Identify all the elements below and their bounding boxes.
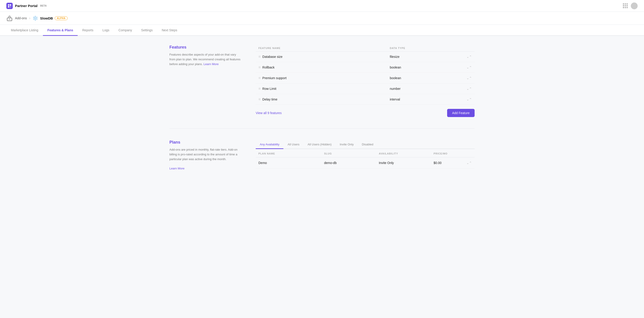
- plans-table-area: Any Availability All Users All Users (Hi…: [256, 140, 474, 171]
- col-slug: SLUG: [321, 149, 376, 157]
- feature-name-cell: ≡ Delay time: [256, 94, 387, 105]
- grid-icon[interactable]: [623, 3, 628, 8]
- col-data-type: DATA TYPE: [387, 45, 464, 51]
- feature-row[interactable]: ≡ Row Limit number ⌄⌃: [256, 83, 474, 94]
- tab-company[interactable]: Company: [114, 25, 137, 36]
- sort-icon[interactable]: ⌄⌃: [466, 97, 472, 101]
- avatar[interactable]: [631, 2, 638, 9]
- features-description: Features Features describe aspects of yo…: [170, 45, 242, 117]
- plan-price: $0.00: [431, 157, 464, 169]
- addon-name: SlowDB: [40, 16, 53, 20]
- beta-badge: BETA: [40, 4, 46, 7]
- plan-row[interactable]: Demo demo-db Invite Only $0.00 ⌄⌃: [256, 157, 474, 169]
- plan-sort-icon[interactable]: ⌄⌃: [466, 161, 472, 165]
- plan-tab-hidden[interactable]: All Users (Hidden): [304, 140, 336, 149]
- col-feature-name: FEATURE NAME: [256, 45, 387, 51]
- tab-features-plans[interactable]: Features & Plans: [43, 25, 78, 36]
- plans-filter-tabs: Any Availability All Users All Users (Hi…: [256, 140, 474, 149]
- features-footer: View all 9 features Add Feature: [256, 109, 474, 117]
- nav-brand: Partner Portal BETA: [6, 3, 47, 9]
- col-availability: AVAILABILITY: [376, 149, 431, 157]
- drag-handle-icon[interactable]: ≡: [258, 97, 260, 101]
- app-logo: [6, 3, 13, 9]
- add-feature-button[interactable]: Add Feature: [447, 109, 474, 117]
- col-price: PRICE/MO: [431, 149, 464, 157]
- svg-rect-3: [10, 6, 11, 7]
- drag-handle-icon[interactable]: ≡: [258, 55, 260, 59]
- feature-name: Delay time: [262, 97, 277, 101]
- addon-icon: ❄️: [32, 15, 38, 21]
- top-nav: Partner Portal BETA: [0, 0, 644, 12]
- addons-label[interactable]: Add-ons: [15, 16, 27, 20]
- features-title: Features: [170, 45, 242, 50]
- plan-tab-any[interactable]: Any Availability: [256, 140, 284, 149]
- plan-tab-all-users[interactable]: All Users: [284, 140, 304, 149]
- feature-name-cell: ≡ Database size: [256, 51, 387, 62]
- feature-name: Row Limit: [262, 87, 276, 90]
- tab-settings[interactable]: Settings: [137, 25, 157, 36]
- svg-rect-1: [10, 4, 11, 6]
- tab-logs[interactable]: Logs: [98, 25, 114, 36]
- plans-description: Plans Add-ons are priced in monthly, fla…: [170, 140, 242, 171]
- feature-name: Rollback: [262, 65, 274, 69]
- feature-row[interactable]: ≡ Rollback boolean ⌄⌃: [256, 62, 474, 73]
- features-table-area: FEATURE NAME DATA TYPE ≡ Database size f…: [256, 45, 474, 117]
- feature-data-type: number: [387, 83, 464, 94]
- features-table: FEATURE NAME DATA TYPE ≡ Database size f…: [256, 45, 474, 105]
- feature-data-type: interval: [387, 94, 464, 105]
- feature-name-cell: ≡ Row Limit: [256, 83, 387, 94]
- plan-tab-disabled[interactable]: Disabled: [358, 140, 378, 149]
- main-content: Features Features describe aspects of yo…: [163, 36, 481, 203]
- plan-tab-invite[interactable]: Invite Only: [336, 140, 358, 149]
- plans-section: Plans Add-ons are priced in monthly, fla…: [170, 140, 474, 182]
- features-learn-more-link[interactable]: Learn More: [204, 62, 218, 66]
- drag-handle-icon[interactable]: ≡: [258, 76, 260, 80]
- sort-icon[interactable]: ⌄⌃: [466, 65, 472, 69]
- addons-icon: [6, 15, 13, 21]
- col-plan-name: PLAN NAME: [256, 149, 321, 157]
- sort-icon[interactable]: ⌄⌃: [466, 87, 472, 90]
- plans-learn-more-link[interactable]: Learn More: [170, 167, 184, 170]
- alpha-badge: ALPHA: [55, 16, 68, 20]
- sort-icon[interactable]: ⌄⌃: [466, 76, 472, 80]
- sort-icon[interactable]: ⌄⌃: [466, 55, 472, 58]
- feature-row[interactable]: ≡ Premium support boolean ⌄⌃: [256, 73, 474, 83]
- tab-next-steps[interactable]: Next Steps: [157, 25, 182, 36]
- features-section: Features Features describe aspects of yo…: [170, 45, 474, 129]
- features-desc: Features describe aspects of your add-on…: [170, 52, 242, 66]
- plan-slug: demo-db: [321, 157, 376, 169]
- tab-marketplace[interactable]: Marketplace Listing: [6, 25, 43, 36]
- feature-row[interactable]: ≡ Database size filesize ⌄⌃: [256, 51, 474, 62]
- view-all-features-link[interactable]: View all 9 features: [256, 111, 282, 115]
- addon-breadcrumb: ❄️ SlowDB ALPHA: [32, 15, 68, 21]
- plans-table: PLAN NAME SLUG AVAILABILITY PRICE/MO Dem…: [256, 149, 474, 169]
- feature-row[interactable]: ≡ Delay time interval ⌄⌃: [256, 94, 474, 105]
- drag-handle-icon[interactable]: ≡: [258, 87, 260, 91]
- feature-data-type: boolean: [387, 73, 464, 83]
- plan-availability: Invite Only: [376, 157, 431, 169]
- feature-name-cell: ≡ Premium support: [256, 73, 387, 83]
- plan-name: Demo: [256, 157, 321, 169]
- app-title: Partner Portal: [15, 4, 38, 8]
- tab-nav: Marketplace Listing Features & Plans Rep…: [0, 25, 644, 36]
- feature-name: Database size: [262, 55, 282, 58]
- drag-handle-icon[interactable]: ≡: [258, 65, 260, 69]
- breadcrumb: Add-ons › ❄️ SlowDB ALPHA: [0, 12, 644, 25]
- plans-desc: Add-ons are priced in monthly, flat-rate…: [170, 147, 242, 171]
- feature-data-type: boolean: [387, 62, 464, 73]
- feature-data-type: filesize: [387, 51, 464, 62]
- tab-reports[interactable]: Reports: [78, 25, 98, 36]
- feature-name: Premium support: [262, 76, 286, 80]
- feature-name-cell: ≡ Rollback: [256, 62, 387, 73]
- nav-right: [623, 2, 638, 9]
- plans-title: Plans: [170, 140, 242, 145]
- svg-rect-2: [8, 6, 9, 7]
- svg-point-5: [9, 19, 10, 20]
- breadcrumb-separator: ›: [29, 16, 30, 20]
- svg-rect-0: [8, 4, 9, 6]
